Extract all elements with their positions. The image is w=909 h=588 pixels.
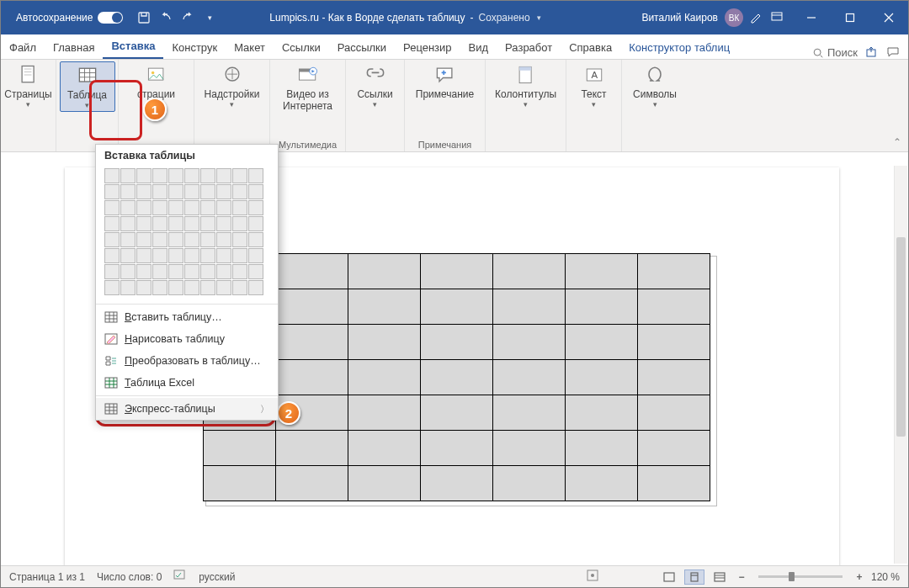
status-bar: Страница 1 из 1 Число слов: 0 русский − … — [1, 565, 908, 587]
tab-view[interactable]: Вид — [460, 36, 497, 59]
tab-help[interactable]: Справка — [561, 36, 620, 59]
svg-rect-26 — [715, 573, 725, 581]
svg-rect-0 — [139, 13, 149, 23]
table-dropdown-menu: Вставка таблицы Вставить таблицу… Нарисо… — [95, 144, 279, 421]
ribbon-tabs: Файл Главная Вставка Конструк Макет Ссыл… — [1, 34, 908, 60]
zoom-out-button[interactable]: − — [735, 571, 748, 583]
tab-design[interactable]: Конструк — [163, 36, 226, 59]
svg-rect-17 — [105, 312, 117, 322]
svg-point-8 — [151, 72, 154, 75]
view-focus-button[interactable] — [659, 569, 679, 585]
tab-table-design[interactable]: Конструктор таблиц — [620, 36, 738, 59]
zoom-slider[interactable] — [758, 575, 843, 578]
svg-point-23 — [591, 574, 594, 577]
annotation-badge-1: 1 — [143, 98, 167, 121]
insert-table-grid[interactable] — [96, 167, 278, 302]
close-button[interactable] — [869, 1, 908, 34]
tab-references[interactable]: Ссылки — [274, 36, 329, 59]
group-media: Мультимедиа — [279, 140, 337, 151]
titlebar: Автосохранение ▾ Lumpics.ru - Как в Ворд… — [1, 1, 908, 34]
svg-rect-19 — [105, 378, 117, 388]
svg-point-3 — [814, 49, 821, 56]
view-web-button[interactable] — [710, 569, 730, 585]
tab-insert[interactable]: Вставка — [103, 34, 163, 59]
addins-button[interactable]: Надстройки▾ — [205, 63, 260, 109]
menu-quick-tables[interactable]: Экспресс-таблицы 〉 — [96, 398, 278, 420]
window-controls — [792, 1, 908, 34]
annotation-badge-2: 2 — [277, 401, 300, 425]
tab-developer[interactable]: Разработ — [497, 36, 561, 59]
pages-button[interactable]: Страницы▾ — [1, 63, 56, 109]
group-comments: Примечания — [418, 140, 472, 151]
text-button[interactable]: A Текст▾ — [566, 63, 622, 109]
tab-file[interactable]: Файл — [1, 36, 45, 59]
quick-access-toolbar: ▾ — [135, 8, 219, 27]
ribbon-display-options-icon[interactable] — [770, 10, 784, 26]
svg-rect-2 — [846, 14, 853, 22]
document-title: Lumpics.ru - Как в Ворде сделать таблицу… — [269, 12, 540, 24]
svg-text:A: A — [591, 70, 598, 80]
zoom-in-button[interactable]: + — [853, 571, 866, 583]
vertical-scrollbar[interactable] — [894, 166, 907, 564]
menu-insert-table[interactable]: Вставить таблицу… — [96, 306, 278, 328]
autosave-toggle[interactable] — [98, 12, 123, 24]
word-count[interactable]: Число слов: 0 — [97, 571, 162, 583]
header-footer-button[interactable]: Колонтитулы▾ — [492, 63, 560, 109]
menu-draw-table[interactable]: Нарисовать таблицу — [96, 328, 278, 350]
svg-rect-1 — [772, 13, 782, 20]
svg-rect-5 — [22, 66, 34, 82]
maximize-button[interactable] — [831, 1, 869, 34]
svg-rect-20 — [105, 404, 117, 414]
qat-dropdown-icon[interactable]: ▾ — [200, 8, 219, 27]
page-indicator[interactable]: Страница 1 из 1 — [9, 571, 85, 583]
symbols-button[interactable]: Символы▾ — [627, 63, 683, 109]
links-button[interactable]: Ссылки▾ — [348, 63, 403, 109]
svg-rect-24 — [664, 573, 674, 581]
comment-button[interactable]: Примечание — [412, 63, 479, 100]
undo-icon[interactable] — [157, 8, 175, 27]
pen-icon[interactable] — [750, 10, 763, 26]
language-indicator[interactable]: русский — [199, 571, 235, 583]
submenu-arrow-icon: 〉 — [260, 403, 269, 416]
menu-header: Вставка таблицы — [96, 145, 278, 167]
tab-review[interactable]: Рецензир — [395, 36, 460, 59]
view-print-button[interactable] — [684, 569, 704, 585]
document-table[interactable] — [203, 253, 710, 501]
svg-rect-6 — [79, 68, 95, 82]
autosave-label: Автосохранение — [16, 12, 93, 24]
account-area: Виталий Каиров ВК — [641, 8, 784, 27]
svg-rect-25 — [691, 573, 698, 581]
search-box[interactable]: Поиск — [812, 46, 858, 59]
zoom-level[interactable]: 120 % — [871, 571, 900, 583]
tab-mailings[interactable]: Рассылки — [329, 36, 395, 59]
tab-home[interactable]: Главная — [45, 36, 103, 59]
online-video-button[interactable]: Видео из Интернета — [274, 63, 342, 112]
tab-layout[interactable]: Макет — [226, 36, 274, 59]
collapse-ribbon-icon[interactable]: ⌃ — [893, 136, 901, 148]
svg-rect-14 — [519, 66, 531, 70]
ribbon: Страницы▾ Таблица▾ страции▾ Надстройки▾ … — [1, 60, 908, 152]
saved-status: Сохранено — [478, 12, 529, 24]
save-icon[interactable] — [135, 8, 153, 27]
spellcheck-icon[interactable] — [173, 569, 187, 584]
user-name[interactable]: Виталий Каиров — [641, 12, 718, 24]
table-button[interactable]: Таблица▾ — [60, 61, 115, 112]
avatar[interactable]: ВК — [725, 8, 743, 27]
share-button[interactable] — [864, 45, 878, 59]
comments-button[interactable] — [886, 45, 900, 59]
macro-icon[interactable] — [587, 569, 598, 584]
redo-icon[interactable] — [178, 8, 197, 27]
minimize-button[interactable] — [792, 1, 831, 34]
menu-excel-table[interactable]: Таблица Excel — [96, 372, 278, 394]
menu-convert-to-table[interactable]: Преобразовать в таблицу… — [96, 350, 278, 372]
